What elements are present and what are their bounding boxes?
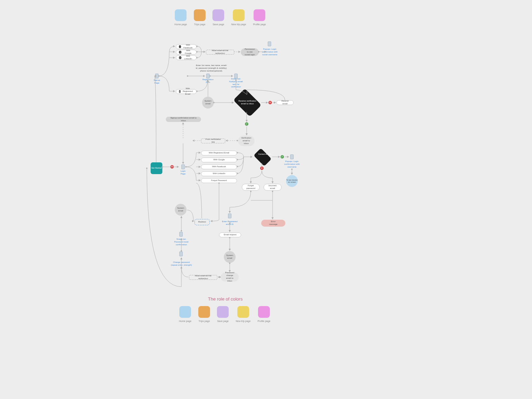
label: With Google	[183, 49, 193, 55]
phone-icon	[228, 213, 231, 218]
legend-item: New trip page	[231, 9, 246, 26]
popup-login-label: Popups: Login confirmation with username	[283, 160, 301, 168]
legend-label: Save page	[217, 320, 228, 322]
phone-icon	[179, 251, 183, 256]
snackbar-reset-label: Snack bar: Password reset confirmation	[173, 238, 190, 246]
incorrect-email: Incorrect email	[264, 184, 282, 191]
phone-icon	[179, 232, 183, 237]
x-icon: ✕	[268, 101, 272, 104]
swatch-home	[175, 9, 187, 21]
legend-label: Save page	[212, 23, 224, 26]
phone-icon	[290, 154, 294, 159]
swatch-save	[212, 9, 224, 21]
legend-label: Home page	[174, 23, 187, 26]
system-email: System email	[202, 97, 214, 108]
label: Get Started	[151, 167, 162, 170]
legend-top: Home page Trips page Save page New trip …	[174, 9, 266, 26]
legend-item: Profile page	[257, 306, 270, 322]
popup-social-label: Popups: Login confirmation with social u…	[261, 48, 278, 56]
swatch-save	[217, 306, 229, 318]
pw-change-email: Password change email to inbox	[221, 273, 239, 282]
correct-email-diamond: Correct email...	[254, 148, 272, 166]
allow-ext-redirect: Allow external link redirection	[206, 50, 234, 55]
swatch-newtrip	[237, 306, 249, 318]
forgot-password: Forgot Password	[201, 178, 237, 183]
swatch-profile	[254, 9, 265, 21]
x-icon: ✕	[170, 165, 174, 169]
legend-item: Save page	[212, 9, 224, 26]
phone-icon	[155, 74, 159, 78]
legend-label: Trips page	[199, 320, 210, 322]
legend-item: Trips page	[194, 9, 206, 26]
legend-label: Profile page	[253, 23, 266, 26]
swatch-trips	[194, 9, 206, 21]
legend-item: Trips page	[198, 306, 210, 322]
legend-item: Profile page	[253, 9, 266, 26]
legend-label: New trip page	[236, 320, 250, 322]
email-request: Email request	[219, 232, 241, 237]
check-icon: ✓	[245, 122, 248, 126]
with-google: GWith Google	[176, 50, 197, 55]
legend-label: Home page	[179, 320, 191, 322]
phone-icon	[268, 41, 271, 46]
with-linkedin: inWith LinkedIn	[176, 55, 197, 60]
forget-password: Forget password	[242, 184, 260, 191]
signup-page-label: Signup Page	[151, 79, 162, 85]
section-title: The role of colors	[208, 296, 243, 302]
email-icon: @	[179, 90, 181, 93]
regform-note: Enter 1st name, last name, email-id, pas…	[196, 64, 227, 72]
error-message: Error message	[261, 220, 285, 227]
legend-item: New trip page	[236, 306, 250, 322]
connectors	[0, 0, 532, 399]
resend-email: Resend email	[276, 100, 294, 105]
swatch-home	[179, 306, 191, 318]
allow-ext-redirect-2: Allow external link redirection	[189, 275, 217, 280]
enter-reg-email-label: Enter Registered email ID	[220, 220, 240, 226]
to-last-interact: To last interact ion screen	[286, 175, 298, 187]
swatch-trips	[198, 306, 210, 318]
facebook-icon: f	[179, 45, 181, 48]
legend-bottom: Home page Trips page Save page New trip …	[179, 306, 270, 322]
redirect: Redirect	[194, 219, 210, 225]
legend-item: Save page	[217, 306, 229, 322]
registration-form-label: Registration form	[200, 78, 216, 84]
signup-confirm: Signup confirmation email to inbox	[166, 117, 201, 122]
login-google: With Google	[201, 158, 237, 162]
permission-social: Permission to use social login	[241, 48, 259, 56]
label: With LinkedIn	[183, 55, 193, 60]
google-icon: G	[179, 51, 181, 54]
linkedin-icon: in	[179, 56, 181, 59]
x-icon: ✕	[260, 167, 264, 170]
system-email-2: System email	[175, 204, 187, 216]
change-password-label: Change password (repeat enter, strength)	[171, 261, 192, 267]
label: Correct email...	[258, 153, 273, 156]
with-facebook: fWith Facebook	[176, 44, 197, 49]
check-icon: ✓	[281, 155, 284, 159]
legend-label: New trip page	[231, 23, 246, 26]
system-email-3: System email	[224, 251, 236, 263]
label: With Registered Email	[182, 87, 193, 95]
receive-verify-diamond: Receive verification email to inbox	[233, 88, 262, 117]
login-linkedin: With LinkedIn	[201, 171, 237, 176]
label: Receive verification email to inbox	[236, 100, 259, 105]
phone-icon	[181, 164, 185, 169]
snackbar-verify-label: Snack bar: Notifying email sent for veri…	[227, 78, 245, 88]
legend-label: Trips page	[194, 23, 206, 26]
login-reg-email: With Registered Email	[201, 151, 237, 155]
swatch-newtrip	[233, 9, 245, 21]
phone-icon	[206, 74, 210, 78]
legend-label: Profile page	[257, 320, 270, 322]
login-facebook: With Facebook	[201, 164, 237, 169]
legend-item: Home page	[174, 9, 187, 26]
verification-email: Verification email to inbox	[238, 136, 255, 146]
get-started-node: Get Started	[151, 162, 162, 174]
from-verify-link: From verification link	[201, 139, 225, 143]
swatch-profile	[258, 306, 270, 318]
with-registered-email: @With Registered Email	[176, 89, 197, 94]
legend-item: Home page	[179, 306, 191, 322]
label: With Facebook	[182, 44, 193, 49]
login-page-label: Login Page	[178, 170, 188, 175]
